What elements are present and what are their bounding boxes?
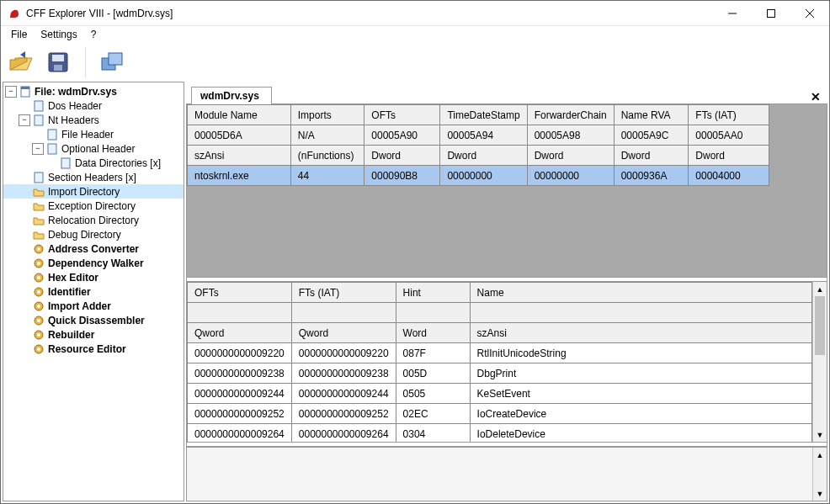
tree-resource-editor[interactable]: Resource Editor	[3, 342, 184, 356]
tree-optional-header[interactable]: −Optional Header	[3, 141, 184, 156]
close-button[interactable]	[790, 1, 829, 26]
svg-point-34	[37, 347, 40, 351]
tree-exception-directory[interactable]: Exception Directory	[3, 199, 184, 213]
svg-rect-15	[48, 130, 56, 140]
open-file-icon[interactable]	[8, 49, 35, 76]
tree-hex-editor[interactable]: Hex Editor	[3, 270, 184, 284]
functions-grid[interactable]: OFTs FTs (IAT) Hint Name QwordQwordWords…	[187, 282, 827, 442]
save-icon[interactable]	[45, 49, 72, 76]
page-icon	[45, 128, 59, 141]
menu-file[interactable]: File	[6, 27, 32, 42]
svg-point-32	[37, 333, 40, 337]
table-row-selected[interactable]: ntoskrnl.exe44000090B8000000000000000000…	[188, 166, 769, 186]
table-row[interactable]	[188, 303, 812, 323]
scrollbar[interactable]: ▲ ▼	[812, 282, 827, 442]
scroll-down-icon[interactable]: ▼	[813, 486, 827, 501]
tree-relocation-directory[interactable]: Relocation Directory	[3, 213, 184, 227]
table-row[interactable]: szAnsi(nFunctions)DwordDwordDwordDwordDw…	[188, 146, 769, 166]
scroll-up-icon[interactable]: ▲	[813, 448, 827, 462]
table-row[interactable]: 00005D6AN/A00005A9000005A9400005A9800005…	[188, 125, 769, 146]
titlebar: CFF Explorer VIII - [wdmDrv.sys]	[1, 1, 829, 26]
col-forwarderchain[interactable]: ForwarderChain	[527, 105, 614, 125]
collapse-icon[interactable]: −	[32, 143, 44, 155]
svg-rect-18	[35, 172, 43, 183]
svg-rect-13	[35, 101, 43, 111]
svg-rect-7	[52, 55, 64, 61]
tree-root[interactable]: −File: wdmDrv.sys	[3, 84, 184, 98]
tree-file-header[interactable]: File Header	[3, 127, 184, 141]
toolbar	[1, 43, 829, 82]
col-module-name[interactable]: Module Name	[188, 105, 291, 125]
tab-close-button[interactable]: ✕	[804, 90, 827, 103]
tree-dos-header[interactable]: Dos Header	[3, 98, 184, 113]
tree-debug-directory[interactable]: Debug Directory	[3, 227, 184, 241]
col-imports[interactable]: Imports	[290, 105, 364, 125]
gear-icon	[32, 257, 45, 270]
details-panel: ▲ ▼	[187, 447, 827, 501]
tree-import-directory[interactable]: Import Directory	[3, 184, 184, 199]
tree-section-headers[interactable]: Section Headers [x]	[3, 170, 184, 184]
tree-dependency-walker[interactable]: Dependency Walker	[3, 256, 184, 270]
tree-nt-headers[interactable]: −Nt Headers	[3, 113, 184, 127]
svg-rect-12	[21, 87, 29, 89]
col-fts-iat2[interactable]: FTs (IAT)	[291, 283, 396, 303]
table-row[interactable]: QwordQwordWordszAnsi	[188, 323, 812, 343]
gear-icon	[32, 242, 45, 256]
col-ofts[interactable]: OFTs	[364, 105, 440, 125]
tree-pane[interactable]: −File: wdmDrv.sys Dos Header −Nt Headers…	[3, 82, 184, 501]
table-row[interactable]: 00000000000092380000000000009238005DDbgP…	[188, 363, 812, 384]
client-area: −File: wdmDrv.sys Dos Header −Nt Headers…	[1, 82, 829, 503]
col-name[interactable]: Name	[470, 283, 811, 303]
app-window: CFF Explorer VIII - [wdmDrv.sys] File Se…	[0, 0, 830, 504]
tab-file[interactable]: wdmDrv.sys	[191, 87, 272, 104]
table-row[interactable]: 00000000000092200000000000009220087FRtlI…	[188, 343, 812, 363]
cascade-windows-icon[interactable]	[99, 49, 126, 76]
table-row[interactable]: 000000000000924400000000000092440505KeSe…	[188, 384, 812, 404]
scroll-down-icon[interactable]: ▼	[813, 427, 827, 442]
maximize-button[interactable]	[752, 1, 790, 26]
table-row[interactable]: 000000000000926400000000000092640304IoDe…	[188, 424, 812, 443]
page-icon	[45, 142, 59, 156]
minimize-button[interactable]	[713, 1, 752, 26]
collapse-icon[interactable]: −	[5, 86, 17, 98]
tree-quick-disassembler[interactable]: Quick Disassembler	[3, 313, 184, 327]
gear-icon	[32, 271, 45, 284]
folder-icon	[32, 185, 45, 199]
svg-point-24	[37, 276, 40, 279]
folder-icon	[32, 199, 45, 213]
menu-bar: File Settings ?	[1, 26, 829, 43]
collapse-icon[interactable]: −	[19, 114, 30, 126]
folder-icon	[32, 214, 45, 227]
tab-strip: wdmDrv.sys ✕	[186, 82, 827, 103]
col-hint[interactable]: Hint	[396, 283, 470, 303]
table-row[interactable]: 0000000000009252000000000000925202ECIoCr…	[188, 404, 812, 424]
menu-settings[interactable]: Settings	[35, 27, 82, 42]
svg-rect-17	[61, 158, 70, 168]
tree-address-converter[interactable]: Address Converter	[3, 241, 184, 256]
svg-point-26	[37, 290, 40, 294]
svg-point-22	[37, 262, 40, 265]
scrollbar[interactable]: ▲ ▼	[812, 448, 827, 501]
menu-help[interactable]: ?	[86, 27, 102, 42]
folder-icon	[32, 228, 45, 241]
scroll-up-icon[interactable]: ▲	[813, 282, 827, 296]
col-timedatestamp[interactable]: TimeDateStamp	[440, 105, 527, 125]
right-pane: wdmDrv.sys ✕ Module Name Imports OFTs Ti…	[186, 82, 827, 501]
gear-icon	[32, 300, 45, 313]
scroll-thumb[interactable]	[815, 296, 825, 355]
col-ofts2[interactable]: OFTs	[188, 283, 292, 303]
file-icon	[19, 85, 32, 98]
col-name-rva[interactable]: Name RVA	[614, 105, 689, 125]
tree-rebuilder[interactable]: Rebuilder	[3, 327, 184, 342]
svg-point-28	[37, 305, 40, 308]
window-title: CFF Explorer VIII - [wdmDrv.sys]	[26, 8, 173, 19]
modules-grid[interactable]: Module Name Imports OFTs TimeDateStamp F…	[187, 104, 827, 277]
svg-point-20	[37, 247, 40, 251]
col-fts-iat[interactable]: FTs (IAT)	[689, 105, 769, 125]
app-icon	[8, 7, 21, 20]
svg-rect-8	[54, 65, 62, 71]
page-icon	[59, 157, 72, 170]
tree-data-directories[interactable]: Data Directories [x]	[3, 156, 184, 170]
tree-identifier[interactable]: Identifier	[3, 284, 184, 299]
tree-import-adder[interactable]: Import Adder	[3, 299, 184, 313]
